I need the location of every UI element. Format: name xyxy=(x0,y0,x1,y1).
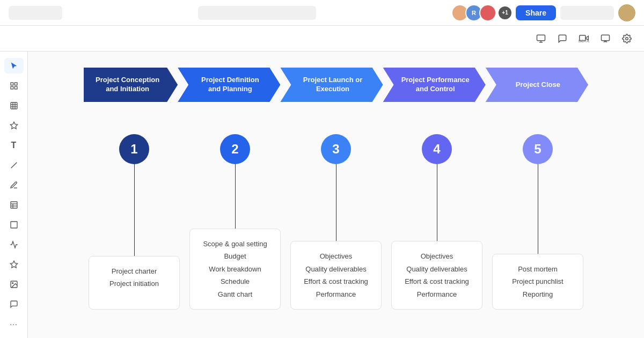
canvas-area: Project Conception and Initiation Projec… xyxy=(28,52,644,338)
comment-icon[interactable] xyxy=(4,296,24,312)
info-card-4: ObjectivesQuality deliverablesEffort & c… xyxy=(391,241,482,310)
share-screen-icon[interactable] xyxy=(597,30,614,47)
chart-icon[interactable] xyxy=(4,237,24,252)
top-bar-left xyxy=(9,6,62,20)
text-icon[interactable]: T xyxy=(4,137,24,153)
layout-icon[interactable] xyxy=(4,78,24,93)
phase-definition: Project Definition and Planning xyxy=(178,68,280,102)
card-item: Post mortem xyxy=(499,263,576,275)
vertical-line-5 xyxy=(538,164,538,254)
pen-icon[interactable] xyxy=(4,177,24,193)
phase-conception: Project Conception and Initiation xyxy=(84,68,178,102)
cursor-icon[interactable] xyxy=(4,58,24,74)
line-icon[interactable] xyxy=(4,157,24,173)
card-item: Work breakdown xyxy=(196,263,273,275)
circle-5: 5 xyxy=(523,134,553,164)
frame-icon[interactable] xyxy=(4,217,24,232)
svg-rect-11 xyxy=(14,86,17,89)
svg-rect-8 xyxy=(11,83,13,85)
svg-rect-12 xyxy=(11,102,17,109)
svg-line-18 xyxy=(11,162,17,168)
top-bar-search-center xyxy=(198,6,316,20)
video-icon[interactable]: BETA xyxy=(575,30,592,47)
card-item: Effort & cost tracking xyxy=(297,275,374,288)
top-bar-search-left xyxy=(9,6,62,20)
card-item: Effort & cost tracking xyxy=(398,275,475,288)
grid-icon[interactable] xyxy=(4,98,24,113)
chat-icon[interactable] xyxy=(554,30,571,47)
card-item: Quality deliverables xyxy=(297,263,374,275)
info-card-2: Scope & goal settingBudgetWork breakdown… xyxy=(189,229,280,310)
settings-icon[interactable] xyxy=(618,30,635,47)
card-item: Project punchlist xyxy=(499,275,576,288)
vertical-line-3 xyxy=(336,164,336,241)
desktop-icon[interactable] xyxy=(532,30,550,47)
main-layout: T ··· P xyxy=(0,52,644,338)
top-bar-right: R +1 Share xyxy=(451,4,635,21)
avatar-badge: +1 xyxy=(499,6,511,19)
card-item: Project charter xyxy=(96,265,172,277)
card-item: Scope & goal setting xyxy=(196,238,273,250)
timeline-item-4: 4ObjectivesQuality deliverablesEffort & … xyxy=(386,134,487,310)
vertical-line-1 xyxy=(134,164,135,256)
table-icon[interactable] xyxy=(4,197,24,212)
circle-3: 3 xyxy=(321,134,351,164)
phase-close: Project Close xyxy=(486,68,588,102)
image-icon[interactable] xyxy=(4,276,24,292)
card-item: Gantt chart xyxy=(196,288,273,300)
card-item: Schedule xyxy=(196,275,273,288)
circle-1: 1 xyxy=(119,134,149,164)
component-icon[interactable] xyxy=(4,256,24,272)
svg-marker-17 xyxy=(10,122,17,129)
avatar-3 xyxy=(479,4,496,21)
svg-rect-23 xyxy=(11,222,17,228)
card-item: Reporting xyxy=(499,288,576,300)
card-item: Quality deliverables xyxy=(398,263,475,275)
toolbar-row: BETA xyxy=(0,26,644,52)
card-item: Performance xyxy=(398,288,475,300)
left-sidebar: T ··· xyxy=(0,52,28,338)
vertical-line-4 xyxy=(437,164,437,241)
beta-tag: BETA xyxy=(579,39,589,43)
card-item: Project initiation xyxy=(96,277,172,290)
info-card-1: Project charterProject initiation xyxy=(89,256,179,310)
svg-rect-10 xyxy=(11,86,13,89)
card-item: Performance xyxy=(297,288,374,300)
svg-rect-9 xyxy=(14,83,17,85)
card-item: Objectives xyxy=(297,250,374,262)
phase-performance: Project Performance and Control xyxy=(383,68,486,102)
timeline-item-3: 3ObjectivesQuality deliverablesEffort & … xyxy=(286,134,386,310)
top-bar-search-right xyxy=(560,6,614,20)
card-item: Budget xyxy=(196,250,273,262)
circle-4: 4 xyxy=(422,134,452,164)
top-bar-center xyxy=(198,6,316,20)
share-button[interactable]: Share xyxy=(516,5,556,20)
phase-launch: Project Launch or Execution xyxy=(280,68,383,102)
star-icon[interactable] xyxy=(4,117,24,133)
vertical-line-2 xyxy=(235,164,236,229)
timeline-item-5: 5Post mortemProject punchlistReporting xyxy=(487,134,588,310)
timeline-item-2: 2Scope & goal settingBudgetWork breakdow… xyxy=(185,134,286,310)
circle-2: 2 xyxy=(220,134,250,164)
svg-rect-5 xyxy=(602,35,610,41)
more-icon[interactable]: ··· xyxy=(4,316,24,332)
svg-rect-0 xyxy=(537,35,545,41)
avatar-right xyxy=(618,4,635,21)
svg-point-25 xyxy=(12,282,13,283)
avatar-group: R +1 xyxy=(451,4,511,21)
svg-rect-19 xyxy=(11,202,17,208)
timeline-item-1: 1Project charterProject initiation xyxy=(84,134,185,310)
info-card-3: ObjectivesQuality deliverablesEffort & c… xyxy=(290,241,381,310)
svg-point-7 xyxy=(626,37,628,40)
top-bar: R +1 Share xyxy=(0,0,644,26)
card-item: Objectives xyxy=(398,250,475,262)
info-card-5: Post mortemProject punchlistReporting xyxy=(492,254,583,310)
phases-row: Project Conception and Initiation Projec… xyxy=(84,68,588,102)
timeline-row: 1Project charterProject initiation2Scope… xyxy=(84,134,588,310)
